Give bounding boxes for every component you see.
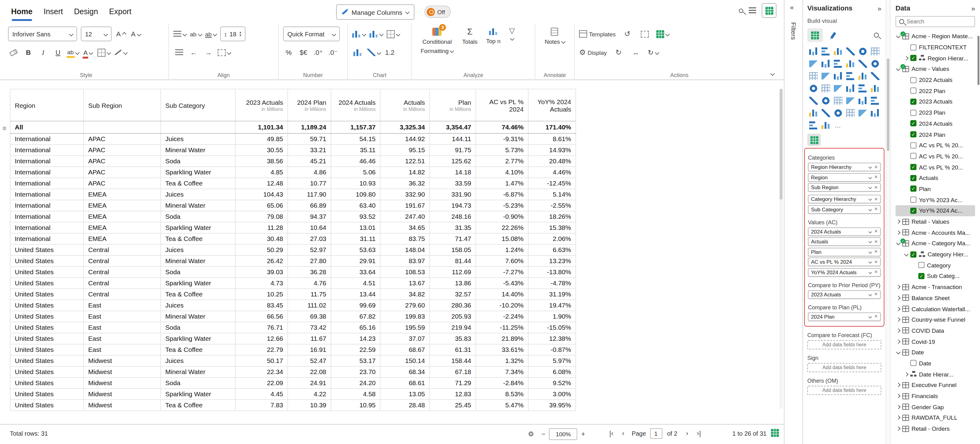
table-row[interactable]: United StatesMidwestTea & Coffee7.8310.3… <box>10 400 576 411</box>
table-cell[interactable]: 28.48 <box>380 400 430 411</box>
column-chart-button[interactable] <box>369 27 383 41</box>
table-cell[interactable]: 19.47% <box>528 300 576 311</box>
visual-icon[interactable] <box>820 58 831 69</box>
table-cell[interactable]: Juices <box>161 244 235 255</box>
bar-chart-button[interactable] <box>352 27 366 41</box>
table-cell[interactable]: 39.03 <box>235 266 288 278</box>
table-cell[interactable]: -4.78% <box>528 278 576 289</box>
table-cell[interactable]: 37.07 <box>380 333 430 344</box>
table-cell[interactable]: 144.92 <box>380 133 430 144</box>
table-cell[interactable]: 4.51 <box>331 278 380 289</box>
table-cell[interactable]: United States <box>10 289 84 300</box>
table-row[interactable]: United StatesCentralTea & Coffee10.2511.… <box>10 289 576 300</box>
table-row[interactable]: InternationalAPACTea & Coffee12.4810.771… <box>10 178 576 189</box>
table-cell[interactable]: 219.94 <box>430 322 476 333</box>
table-row[interactable]: United StatesEastJuices83.45111.0299.692… <box>10 300 576 311</box>
mini-chart-button[interactable] <box>352 46 363 59</box>
table-cell[interactable]: 5.06 <box>331 167 380 178</box>
table-cell[interactable]: 68.34 <box>380 366 430 377</box>
chevron-down-icon[interactable] <box>869 186 872 189</box>
table-cell[interactable]: Midwest <box>84 400 161 411</box>
table-cell[interactable]: 10.39 <box>288 400 331 411</box>
table-cell[interactable]: 95.15 <box>380 144 430 155</box>
chevron-down-icon[interactable] <box>869 250 872 253</box>
column-header[interactable]: 2024 Planin Millions <box>288 89 331 121</box>
table-cell[interactable]: 21.89% <box>476 333 528 344</box>
increase-font-button[interactable]: A <box>115 27 126 41</box>
data-scrollbar[interactable] <box>978 36 979 85</box>
field-chip[interactable]: Actuals× <box>808 237 881 246</box>
remove-field-icon[interactable]: × <box>874 206 878 212</box>
table-cell[interactable]: 14.18 <box>430 167 476 178</box>
chevron-down-icon[interactable] <box>896 34 900 38</box>
table-cell[interactable]: 9.52% <box>528 377 576 388</box>
borders-button[interactable] <box>97 46 110 59</box>
checkbox-checked[interactable]: ✓ <box>918 273 924 279</box>
table-cell[interactable]: 52.47 <box>288 355 331 366</box>
increase-indent-button[interactable]: → <box>203 46 214 59</box>
field-chip[interactable]: AC vs PL % 2024× <box>808 258 881 266</box>
visual-icon[interactable] <box>820 70 831 81</box>
chevron-down-icon[interactable] <box>869 240 872 243</box>
table-cell[interactable]: 13.01 <box>331 222 380 233</box>
table-cell[interactable]: 7.83 <box>235 400 288 411</box>
visual-icon[interactable] <box>857 58 869 69</box>
table-cell[interactable]: International <box>10 200 84 211</box>
row-height-stepper[interactable]: ↕18▲▼ <box>220 27 245 41</box>
table-cell[interactable]: Central <box>84 244 161 255</box>
table-cell[interactable]: 83.75 <box>380 233 430 244</box>
checkbox-checked[interactable]: ✓ <box>910 164 916 170</box>
remove-field-icon[interactable]: × <box>874 292 878 297</box>
table-cell[interactable]: 66.89 <box>288 200 331 211</box>
table-cell[interactable]: -2.24% <box>476 311 528 322</box>
checkbox-checked[interactable]: ✓ <box>910 121 916 127</box>
visual-icon[interactable] <box>870 95 881 106</box>
table-cell[interactable]: 111.02 <box>288 300 331 311</box>
table-cell[interactable]: 36.28 <box>288 266 331 278</box>
visual-icon[interactable] <box>845 70 856 81</box>
table-row[interactable]: InternationalEMEAJuices104.43117.90109.8… <box>10 189 576 200</box>
data-table-row[interactable]: Date <box>896 347 975 358</box>
table-cell[interactable]: East <box>84 333 161 344</box>
checkbox-unchecked[interactable] <box>910 360 916 366</box>
data-field-row[interactable]: 2023 Plan <box>896 107 975 118</box>
quick-format-select[interactable]: Quick Format <box>283 27 340 41</box>
table-cell[interactable]: International <box>10 144 84 155</box>
checkbox-unchecked[interactable] <box>910 197 916 203</box>
table-cell[interactable]: Tea & Coffee <box>161 400 235 411</box>
chevron-right-icon[interactable] <box>896 427 900 431</box>
empty-field-well[interactable]: Add data fields here <box>807 340 881 349</box>
table-cell[interactable]: 30.55 <box>235 144 288 155</box>
remove-field-icon[interactable]: × <box>874 249 878 255</box>
table-cell[interactable]: 205.93 <box>430 311 476 322</box>
table-cell[interactable]: 94.37 <box>288 211 331 222</box>
table-cell[interactable]: Sparkling Water <box>161 278 235 289</box>
table-row[interactable]: InternationalAPACMineral Water30.5533.21… <box>10 144 576 155</box>
column-header[interactable]: 2023 Actualsin Millions <box>235 89 288 121</box>
table-cell[interactable]: 50.29 <box>235 244 288 255</box>
column-header[interactable]: Planin Millions <box>430 89 476 121</box>
table-cell[interactable]: Central <box>84 255 161 266</box>
chevron-right-icon[interactable] <box>896 415 900 420</box>
build-visual-tab[interactable] <box>807 29 823 42</box>
table-cell[interactable]: Juices <box>161 355 235 366</box>
chevron-down-icon[interactable] <box>869 175 872 179</box>
zoom-out-button[interactable]: − <box>538 430 549 438</box>
table-cell[interactable]: 5.14% <box>528 189 576 200</box>
data-field-row[interactable]: AC vs PL % 20... <box>896 140 975 151</box>
field-chip[interactable]: Category Hierarchy× <box>808 195 881 203</box>
table-cell[interactable]: 24.91 <box>288 377 331 388</box>
visual-icon[interactable] <box>820 82 831 94</box>
table-row[interactable]: InternationalEMEASparkling Water11.2810.… <box>10 222 576 233</box>
currency-format-button[interactable]: $€ <box>298 46 309 59</box>
percent-format-button[interactable]: % <box>283 46 294 59</box>
underline-button[interactable]: U <box>52 46 64 59</box>
table-cell[interactable]: United States <box>10 355 84 366</box>
conditional-formatting-button[interactable]: 3 Conditional Formatting <box>416 24 458 54</box>
canvas-scrollbar[interactable] <box>780 89 783 409</box>
chevron-right-icon[interactable] <box>896 404 900 409</box>
table-cell[interactable]: 27.03 <box>288 233 331 244</box>
table-row[interactable]: United StatesCentralSoda39.0336.2833.641… <box>10 266 576 278</box>
table-cell[interactable]: 83.45 <box>235 300 288 311</box>
table-cell[interactable]: 36.32 <box>380 178 430 189</box>
